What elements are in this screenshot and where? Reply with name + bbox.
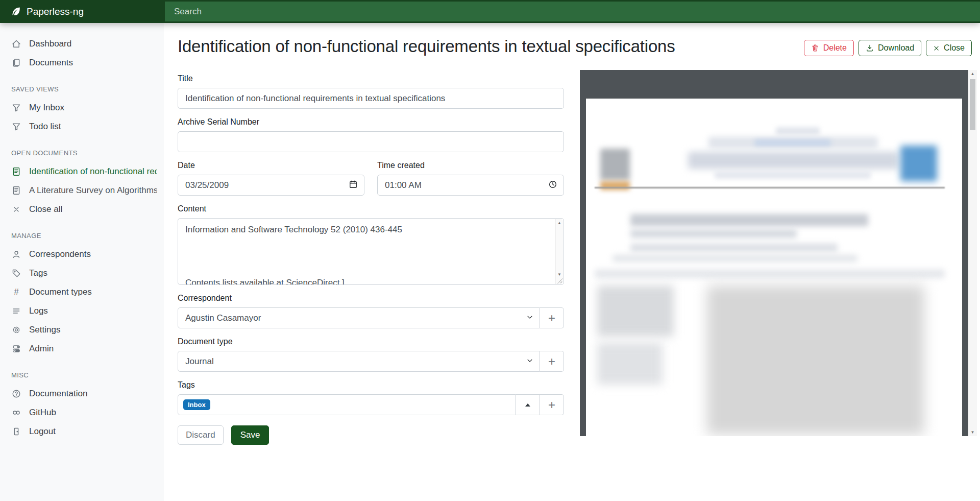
sidebar-open-document-2[interactable]: A Literature Survey on Algorithms for Mu… [0, 181, 164, 200]
sidebar-item-logs[interactable]: Logs [0, 301, 164, 320]
brand[interactable]: Paperless-ng [0, 0, 164, 23]
discard-button[interactable]: Discard [178, 425, 224, 445]
hash-icon: # [11, 287, 21, 297]
content-label: Content [178, 204, 564, 213]
sidebar-item-label: Tags [29, 268, 47, 278]
chevron-down-icon [526, 313, 533, 323]
list-icon [11, 306, 21, 316]
calendar-icon[interactable] [349, 180, 358, 191]
download-button[interactable]: Download [859, 40, 921, 56]
sidebar-item-label: Todo list [29, 121, 61, 132]
resize-grip[interactable] [557, 278, 562, 283]
sidebar-open-document-1[interactable]: Identification of non-functional require… [0, 162, 164, 181]
sidebar-item-label: GitHub [29, 407, 56, 418]
sidebar-item-label: Documents [29, 57, 73, 68]
person-icon [11, 249, 21, 259]
sidebar-item-my-inbox[interactable]: My Inbox [0, 98, 164, 117]
scroll-up-icon[interactable]: ▲ [971, 71, 975, 76]
open-document-label: A Literature Survey on Algorithms for Mu… [29, 185, 157, 196]
link-icon [11, 408, 21, 418]
archive-serial-number-input[interactable] [178, 131, 564, 152]
plus-icon: + [548, 354, 555, 369]
top-navbar: Paperless-ng [0, 0, 980, 23]
document-edit-form: Title Archive Serial Number Date Time cr… [178, 74, 564, 445]
chevron-down-icon [526, 356, 533, 367]
add-document-type-button[interactable]: + [540, 351, 564, 372]
sidebar-item-label: Logout [29, 426, 56, 437]
filter-icon [11, 122, 21, 132]
correspondent-select[interactable]: Agustin Casamayor [178, 307, 540, 328]
content-scrollbar[interactable]: ▲ ▼ [555, 219, 563, 284]
plus-icon: + [548, 311, 555, 325]
sidebar-item-settings[interactable]: Settings [0, 320, 164, 339]
sidebar-item-tags[interactable]: Tags [0, 264, 164, 282]
preview-scrollbar[interactable]: ▲ ▼ [968, 70, 977, 436]
sidebar-item-label: Logs [29, 305, 48, 316]
clock-icon[interactable] [548, 180, 557, 191]
close-button[interactable]: Close [926, 40, 972, 56]
sidebar-section-misc: MISC [0, 358, 164, 384]
leaf-icon [10, 6, 21, 17]
document-text-icon [11, 166, 21, 177]
caret-up-icon [525, 403, 530, 407]
content-textarea[interactable]: Information and Software Technology 52 (… [178, 219, 564, 284]
scroll-down-icon[interactable]: ▼ [557, 272, 561, 277]
open-document-label: Identification of non-functional require… [29, 166, 157, 177]
save-button[interactable]: Save [231, 425, 270, 445]
document-actions: Delete Download Close [804, 37, 972, 56]
delete-button[interactable]: Delete [804, 40, 854, 56]
tags-label: Tags [178, 380, 564, 390]
sidebar-item-label: Admin [29, 343, 54, 354]
time-created-input[interactable] [377, 175, 564, 196]
add-correspondent-button[interactable]: + [540, 307, 564, 328]
sidebar-item-documents[interactable]: Documents [0, 53, 164, 72]
sidebar-item-admin[interactable]: Admin [0, 339, 164, 358]
download-icon [866, 44, 874, 52]
sidebar-section-saved-views: SAVED VIEWS [0, 72, 164, 98]
sidebar-item-label: Dashboard [29, 38, 71, 49]
document-type-select[interactable]: Journal [178, 351, 540, 372]
plus-icon: + [548, 398, 555, 412]
trash-icon [811, 44, 819, 52]
sidebar-item-document-types[interactable]: # Document types [0, 282, 164, 301]
scroll-up-icon[interactable]: ▲ [557, 221, 561, 225]
sidebar-item-documentation[interactable]: Documentation [0, 384, 164, 403]
sidebar-item-correspondents[interactable]: Correspondents [0, 245, 164, 264]
scroll-down-icon[interactable]: ▼ [971, 430, 975, 435]
toggles-icon [11, 344, 21, 354]
sidebar-item-todo-list[interactable]: Todo list [0, 117, 164, 136]
add-tag-button[interactable]: + [540, 394, 564, 415]
close-icon [11, 204, 21, 214]
gear-icon [11, 325, 21, 335]
scrollbar-thumb[interactable] [970, 79, 975, 130]
filter-icon [11, 103, 21, 113]
correspondent-label: Correspondent [178, 294, 564, 303]
sidebar-item-github[interactable]: GitHub [0, 403, 164, 422]
documents-icon [11, 58, 21, 68]
search-input[interactable] [165, 2, 980, 21]
tags-field[interactable]: Inbox [178, 394, 516, 415]
sidebar-item-dashboard[interactable]: Dashboard [0, 34, 164, 53]
title-input[interactable] [178, 88, 564, 109]
document-type-label: Document type [178, 337, 564, 346]
document-text-icon [11, 185, 21, 196]
time-created-label: Time created [377, 161, 564, 170]
date-label: Date [178, 161, 364, 170]
tags-collapse-button[interactable] [516, 394, 540, 415]
home-icon [11, 39, 21, 49]
date-input[interactable] [178, 175, 364, 196]
sidebar-item-label: Correspondents [29, 249, 91, 259]
sidebar-item-logout[interactable]: Logout [0, 422, 164, 441]
sidebar: Dashboard Documents SAVED VIEWS My Inbox… [0, 23, 164, 501]
pdf-page [586, 99, 962, 436]
sidebar-item-label: Settings [29, 324, 60, 335]
tag-badge-inbox[interactable]: Inbox [183, 399, 210, 410]
sidebar-section-open-documents: OPEN DOCUMENTS [0, 136, 164, 162]
title-label: Title [178, 74, 564, 83]
door-icon [11, 426, 21, 437]
sidebar-item-label: Documentation [29, 388, 87, 399]
close-icon [933, 45, 940, 52]
correspondent-value: Agustin Casamayor [185, 313, 261, 323]
sidebar-item-close-all[interactable]: Close all [0, 200, 164, 219]
sidebar-section-manage: MANAGE [0, 219, 164, 245]
